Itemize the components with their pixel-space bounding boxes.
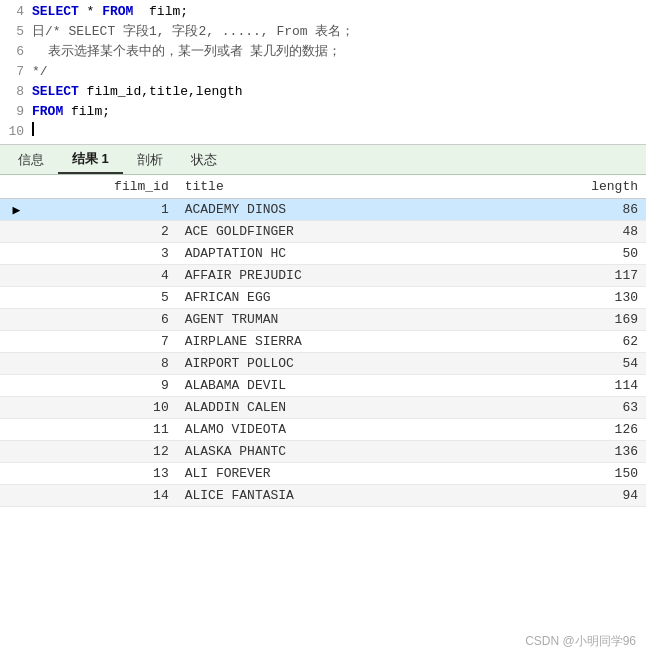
cell-length: 63: [503, 397, 646, 419]
cell-title: ALASKA PHANTC: [177, 441, 503, 463]
table-row[interactable]: 13ALI FOREVER150: [0, 463, 646, 485]
code-line-8: 8 SELECT film_id,title,length: [0, 82, 646, 102]
table-row[interactable]: 11ALAMO VIDEOTA126: [0, 419, 646, 441]
cell-length: 54: [503, 353, 646, 375]
cell-title: ALADDIN CALEN: [177, 397, 503, 419]
line-number: 7: [0, 62, 32, 82]
line-content: 日/* SELECT 字段1, 字段2, ....., From 表名；: [32, 22, 646, 42]
cell-length: 117: [503, 265, 646, 287]
table-row[interactable]: 9ALABAMA DEVIL114: [0, 375, 646, 397]
cell-film-id: 11: [33, 419, 177, 441]
cell-title: AIRPORT POLLOC: [177, 353, 503, 375]
row-indicator-header: [0, 175, 33, 199]
col-header-title: title: [177, 175, 503, 199]
row-indicator: [0, 441, 33, 463]
line-content: FROM film;: [32, 102, 646, 122]
tab-analysis[interactable]: 剖析: [123, 147, 177, 173]
row-indicator: [0, 265, 33, 287]
code-line-5: 5 日/* SELECT 字段1, 字段2, ....., From 表名；: [0, 22, 646, 42]
cell-title: AIRPLANE SIERRA: [177, 331, 503, 353]
cell-title: ALI FOREVER: [177, 463, 503, 485]
line-content: [32, 122, 646, 136]
cell-film-id: 9: [33, 375, 177, 397]
cell-title: ADAPTATION HC: [177, 243, 503, 265]
row-indicator: ▶: [0, 199, 33, 221]
table-row[interactable]: 2ACE GOLDFINGER48: [0, 221, 646, 243]
code-line-9: 9 FROM film;: [0, 102, 646, 122]
code-line-10: 10: [0, 122, 646, 142]
cell-length: 86: [503, 199, 646, 221]
text-cursor: [32, 122, 34, 136]
table-row[interactable]: 14ALICE FANTASIA94: [0, 485, 646, 507]
line-content: 表示选择某个表中的，某一列或者 某几列的数据；: [32, 42, 646, 62]
row-indicator: [0, 309, 33, 331]
row-indicator: [0, 243, 33, 265]
cell-film-id: 3: [33, 243, 177, 265]
code-line-6: 6 表示选择某个表中的，某一列或者 某几列的数据；: [0, 42, 646, 62]
tabs-bar: 信息 结果 1 剖析 状态: [0, 145, 646, 175]
row-indicator: [0, 353, 33, 375]
cell-film-id: 5: [33, 287, 177, 309]
row-indicator: [0, 287, 33, 309]
row-indicator: [0, 485, 33, 507]
code-line-4: 4 SELECT * FROM film;: [0, 2, 646, 22]
cell-title: ACE GOLDFINGER: [177, 221, 503, 243]
cell-length: 169: [503, 309, 646, 331]
cell-length: 94: [503, 485, 646, 507]
line-content: SELECT * FROM film;: [32, 2, 646, 22]
line-number: 8: [0, 82, 32, 102]
cell-film-id: 14: [33, 485, 177, 507]
cell-length: 130: [503, 287, 646, 309]
cell-title: ALICE FANTASIA: [177, 485, 503, 507]
cell-film-id: 1: [33, 199, 177, 221]
line-number: 9: [0, 102, 32, 122]
table-row[interactable]: ▶1ACADEMY DINOS86: [0, 199, 646, 221]
cell-film-id: 13: [33, 463, 177, 485]
tab-results[interactable]: 结果 1: [58, 146, 123, 174]
cell-film-id: 4: [33, 265, 177, 287]
table-row[interactable]: 6AGENT TRUMAN169: [0, 309, 646, 331]
tab-status[interactable]: 状态: [177, 147, 231, 173]
cell-film-id: 6: [33, 309, 177, 331]
table-row[interactable]: 3ADAPTATION HC50: [0, 243, 646, 265]
cell-length: 50: [503, 243, 646, 265]
cell-title: AGENT TRUMAN: [177, 309, 503, 331]
cell-film-id: 7: [33, 331, 177, 353]
table-row[interactable]: 12ALASKA PHANTC136: [0, 441, 646, 463]
cell-length: 150: [503, 463, 646, 485]
tab-info[interactable]: 信息: [4, 147, 58, 173]
col-header-length: length: [503, 175, 646, 199]
table-header-row: film_id title length: [0, 175, 646, 199]
line-content: SELECT film_id,title,length: [32, 82, 646, 102]
results-table: film_id title length ▶1ACADEMY DINOS862A…: [0, 175, 646, 507]
row-indicator: [0, 375, 33, 397]
line-number: 5: [0, 22, 32, 42]
line-number: 10: [0, 122, 32, 142]
cell-title: ALABAMA DEVIL: [177, 375, 503, 397]
table-row[interactable]: 10ALADDIN CALEN63: [0, 397, 646, 419]
table-row[interactable]: 5AFRICAN EGG130: [0, 287, 646, 309]
code-line-7: 7 */: [0, 62, 646, 82]
watermark: CSDN @小明同学96: [525, 633, 636, 650]
cell-film-id: 8: [33, 353, 177, 375]
line-number: 6: [0, 42, 32, 62]
cell-length: 48: [503, 221, 646, 243]
results-table-container[interactable]: film_id title length ▶1ACADEMY DINOS862A…: [0, 175, 646, 507]
row-indicator: [0, 397, 33, 419]
row-indicator: [0, 221, 33, 243]
cell-film-id: 12: [33, 441, 177, 463]
cell-title: AFRICAN EGG: [177, 287, 503, 309]
cell-length: 136: [503, 441, 646, 463]
col-header-film-id: film_id: [33, 175, 177, 199]
table-row[interactable]: 7AIRPLANE SIERRA62: [0, 331, 646, 353]
cell-film-id: 10: [33, 397, 177, 419]
cell-title: ALAMO VIDEOTA: [177, 419, 503, 441]
table-row[interactable]: 8AIRPORT POLLOC54: [0, 353, 646, 375]
row-indicator: [0, 463, 33, 485]
code-editor[interactable]: 4 SELECT * FROM film; 5 日/* SELECT 字段1, …: [0, 0, 646, 145]
cell-length: 126: [503, 419, 646, 441]
cell-length: 114: [503, 375, 646, 397]
row-indicator: [0, 331, 33, 353]
table-row[interactable]: 4AFFAIR PREJUDIC117: [0, 265, 646, 287]
row-indicator: [0, 419, 33, 441]
